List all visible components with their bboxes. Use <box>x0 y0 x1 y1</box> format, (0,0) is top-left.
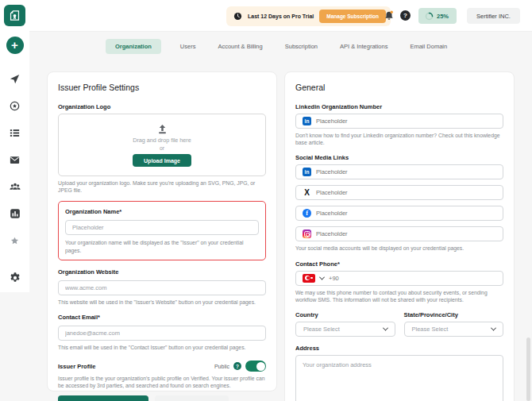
turkey-flag-icon <box>303 274 315 283</box>
tab-account-billing[interactable]: Account & Billing <box>214 39 265 54</box>
organization-website-helper: This website will be used in the "Issuer… <box>58 299 266 306</box>
team-icon[interactable] <box>9 180 21 193</box>
mail-icon[interactable] <box>9 153 21 166</box>
organization-name-highlight: Organization Name* Your organization nam… <box>58 201 266 260</box>
linkedin-icon: in <box>303 168 311 176</box>
notifications-bell-icon[interactable] <box>383 10 395 22</box>
tab-subscription[interactable]: Subscription <box>282 39 321 54</box>
linkedin-number-input[interactable] <box>316 114 496 128</box>
usage-percent: 25% <box>437 13 449 20</box>
organization-name-helper: Your organization name will be displayed… <box>65 239 259 253</box>
trial-banner: Last 12 Days on Pro Trial Manage Subscri… <box>226 6 391 26</box>
social-media-links-label: Social Media Links <box>295 154 503 161</box>
state-select[interactable]: Please Select <box>404 322 504 337</box>
chevron-down-icon <box>382 325 387 330</box>
progress-ring-icon <box>425 12 434 21</box>
page-scrollbar[interactable] <box>526 337 530 401</box>
help-icon[interactable]: ? <box>400 10 411 21</box>
org-name: Sertifier INC. <box>476 13 511 20</box>
or-text: or <box>160 145 164 151</box>
tab-email-domain[interactable]: Email Domain <box>407 39 450 54</box>
contact-phone-input[interactable] <box>329 272 496 285</box>
analytics-icon[interactable] <box>9 207 21 220</box>
send-icon[interactable] <box>9 72 21 85</box>
public-label: Public <box>214 364 229 369</box>
sertifier-logo-icon[interactable] <box>4 5 25 26</box>
x-twitter-icon: X <box>303 188 311 197</box>
country-label: Country <box>295 311 395 318</box>
usage-progress-badge[interactable]: 25% <box>418 8 457 24</box>
linkedin-number-field[interactable]: in <box>295 114 503 129</box>
list-icon[interactable] <box>9 126 21 139</box>
create-plus-button[interactable]: + <box>6 37 24 54</box>
badge-icon[interactable] <box>9 99 21 112</box>
contact-phone-label: Contact Phone* <box>295 260 503 268</box>
card-title: General <box>295 83 503 92</box>
general-card: General Linkedin Organization Number in … <box>284 71 515 401</box>
clock-icon <box>233 12 242 21</box>
social-x-input[interactable] <box>316 186 496 199</box>
social-x-field[interactable]: X <box>295 185 503 200</box>
address-textarea[interactable] <box>295 355 503 401</box>
social-instagram-field[interactable] <box>295 226 503 241</box>
linkedin-icon: in <box>303 117 311 125</box>
social-facebook-field[interactable]: f <box>295 206 503 221</box>
card-title: Issuer Profile Settings <box>58 83 266 92</box>
public-help-icon[interactable]: ? <box>233 362 241 370</box>
linkedin-number-label: Linkedin Organization Number <box>295 103 503 110</box>
settings-gear-icon[interactable] <box>9 272 21 284</box>
address-label: Address <box>295 345 503 352</box>
tab-api-integrations[interactable]: API & Integrations <box>337 39 391 54</box>
organization-logo-label: Organization Logo <box>58 103 266 110</box>
chevron-down-icon <box>491 325 496 330</box>
state-label: State/Province/City <box>404 311 504 318</box>
upload-image-button[interactable]: Upload Image <box>133 154 191 167</box>
app-root: Last 12 Days on Pro Trial Manage Subscri… <box>0 0 532 401</box>
tab-users[interactable]: Users <box>177 39 199 54</box>
customize-issuer-profile-button[interactable]: Customize Issuer Profile <box>58 395 148 401</box>
contact-email-label: Contact Email* <box>58 314 266 321</box>
settings-tabs: Organization Users Account & Billing Sub… <box>106 36 450 56</box>
star-icon[interactable] <box>9 234 21 247</box>
contact-email-input[interactable] <box>58 326 266 341</box>
top-header: Last 12 Days on Pro Trial Manage Subscri… <box>0 0 532 32</box>
instagram-icon <box>303 229 311 238</box>
issuer-profile-label: Issuer Profile <box>58 363 96 370</box>
social-linkedin-field[interactable]: in <box>295 164 503 179</box>
issuer-profile-settings-card: Issuer Profile Settings Organization Log… <box>47 71 277 391</box>
state-value: Please Select <box>412 326 449 333</box>
organization-website-input[interactable] <box>58 280 266 295</box>
trial-text: Last 12 Days on Pro Trial <box>248 13 314 19</box>
linkedin-helper: Don't know how to find your Linkedin org… <box>295 132 503 146</box>
country-value: Please Select <box>303 326 340 333</box>
phone-helper: We may use this phone number to contact … <box>295 289 503 303</box>
social-linkedin-input[interactable] <box>316 165 496 179</box>
contact-phone-field[interactable] <box>295 271 503 286</box>
organization-website-label: Organization Website <box>58 268 266 276</box>
manage-subscription-button[interactable]: Manage Subscription <box>319 10 386 23</box>
upload-arrow-icon <box>156 123 168 135</box>
facebook-icon: f <box>303 209 311 218</box>
sidebar-nav: + <box>0 0 29 292</box>
logo-dropzone[interactable]: Drag and drop file here or Upload Image <box>58 114 266 176</box>
country-select[interactable]: Please Select <box>295 322 395 337</box>
visit-issuer-profile-button[interactable]: Visit Issuer Profile <box>155 395 229 401</box>
social-instagram-input[interactable] <box>316 227 496 241</box>
issuer-profile-helper: Issuer profile is the your organization'… <box>58 375 266 389</box>
chevron-down-icon[interactable] <box>319 274 325 280</box>
organization-name-label: Organization Name* <box>65 208 259 215</box>
tab-organization[interactable]: Organization <box>106 39 161 54</box>
social-helper: Your social media accounts will be displ… <box>295 245 503 252</box>
public-toggle[interactable] <box>245 361 266 372</box>
contact-email-helper: This email will be used in the "Contact … <box>58 344 266 351</box>
social-facebook-input[interactable] <box>316 206 496 220</box>
org-switcher-button[interactable]: Sertifier INC. <box>467 8 520 24</box>
logo-helper-text: Upload your organization logo. Make sure… <box>58 179 266 194</box>
toggle-knob <box>256 362 265 371</box>
organization-name-input[interactable] <box>65 220 259 235</box>
drop-text: Drag and drop file here <box>133 137 191 144</box>
